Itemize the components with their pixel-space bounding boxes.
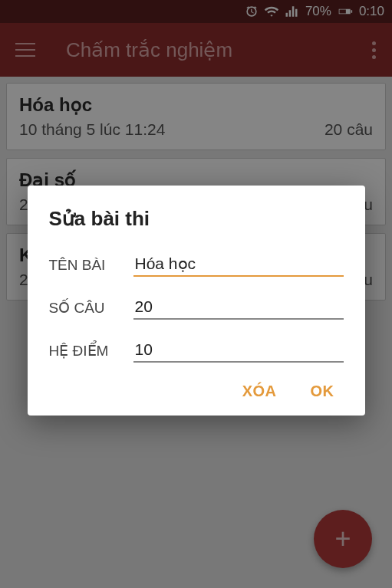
ok-button[interactable]: OK (311, 383, 334, 400)
name-input[interactable] (133, 252, 344, 277)
delete-button[interactable]: XÓA (242, 383, 277, 400)
dialog-title: Sửa bài thi (49, 207, 344, 231)
scale-input[interactable] (133, 338, 344, 363)
count-input[interactable] (133, 295, 344, 320)
count-label: SỐ CÂU (49, 299, 133, 320)
name-label: TÊN BÀI (49, 257, 133, 277)
modal-overlay[interactable]: Sửa bài thi TÊN BÀI SỐ CÂU HỆ ĐIỂM XÓA O… (0, 0, 392, 588)
edit-exam-dialog: Sửa bài thi TÊN BÀI SỐ CÂU HỆ ĐIỂM XÓA O… (28, 186, 365, 416)
scale-label: HỆ ĐIỂM (49, 342, 133, 363)
